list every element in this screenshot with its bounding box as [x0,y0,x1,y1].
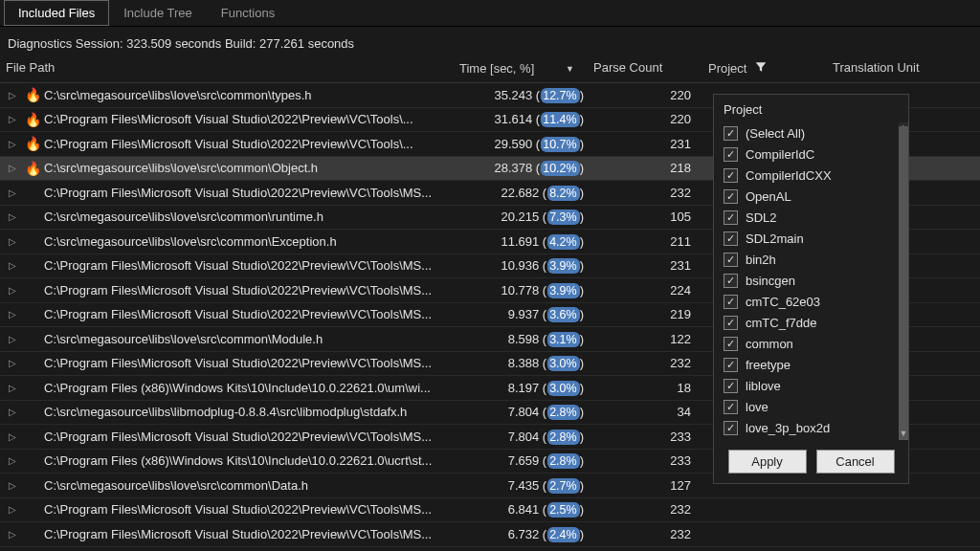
filter-item[interactable]: ✓cmTC_62e03 [722,291,901,312]
expand-icon[interactable]: ▷ [0,455,25,466]
parse-count: 224 [593,283,708,298]
parse-count: 232 [593,356,708,370]
expand-icon[interactable]: ▷ [0,431,25,442]
filter-item[interactable]: ✓SDL2main [722,228,901,249]
time-cell: 7.804 (2.8%) [459,405,593,419]
checkbox-icon[interactable]: ✓ [724,168,738,183]
filter-title: Project [714,95,908,122]
table-row[interactable]: ▷C:\Program Files\Microsoft Visual Studi… [0,522,980,547]
file-path: C:\Program Files\Microsoft Visual Studio… [44,258,432,273]
expand-icon[interactable]: ▷ [0,334,25,344]
time-cell: 11.691 (4.2%) [459,234,593,249]
header-file-path[interactable]: File Path [0,60,459,77]
expand-icon[interactable]: ▷ [0,383,25,393]
checkbox-icon[interactable]: ✓ [724,253,738,267]
filter-item[interactable]: ✓OpenAL [722,186,901,207]
checkbox-icon[interactable]: ✓ [724,316,738,330]
scrollbar-thumb[interactable] [899,126,908,440]
parse-count: 122 [593,332,708,346]
time-cell: 28.378 (10.2%) [459,161,593,175]
time-cell: 7.659 (2.8%) [459,453,593,468]
filter-item-label: bsincgen [746,274,795,288]
expand-icon[interactable]: ▷ [0,407,25,417]
table-row[interactable]: ▷C:\Program Files\Microsoft Visual Studi… [0,498,980,523]
expand-icon[interactable]: ▷ [0,285,25,296]
checkbox-icon[interactable]: ✓ [724,337,738,351]
file-path: C:\Program Files\Microsoft Visual Studio… [44,112,413,126]
file-path: C:\Program Files\Microsoft Visual Studio… [44,356,432,370]
filter-item[interactable]: ✓bsincgen [722,270,901,291]
filter-item[interactable]: ✓love [722,396,901,417]
expand-icon[interactable]: ▷ [0,504,25,515]
checkbox-icon[interactable]: ✓ [724,126,738,141]
file-path: C:\src\megasource\libs\libmodplug-0.8.8.… [44,405,407,419]
project-filter-popup: Project ✓(Select All)✓CompilerIdC✓Compil… [713,94,909,484]
time-cell: 7.804 (2.8%) [459,430,593,444]
filter-item-label: liblove [746,379,781,393]
checkbox-icon[interactable]: ✓ [724,147,738,162]
expand-icon[interactable]: ▷ [0,114,25,124]
expand-icon[interactable]: ▷ [0,309,25,320]
filter-item-label: cmTC_62e03 [746,295,820,309]
filter-item[interactable]: ✓freetype [722,354,901,375]
time-cell: 29.590 (10.7%) [459,137,593,151]
time-cell: 10.936 (3.9%) [459,258,593,273]
parse-count: 231 [593,258,708,273]
file-path: C:\src\megasource\libs\love\src\common\t… [44,88,312,102]
time-cell: 22.682 (8.2%) [459,186,593,200]
scroll-down-icon[interactable]: ▼ [899,429,908,440]
filter-item[interactable]: ✓(Select All) [722,122,901,143]
tab-functions[interactable]: Functions [207,0,289,26]
parse-count: 232 [593,502,708,517]
expand-icon[interactable]: ▷ [0,358,25,368]
cancel-button[interactable]: Cancel [816,450,895,474]
checkbox-icon[interactable]: ✓ [724,189,738,204]
header-translation-unit[interactable]: Translation Unit [833,60,980,77]
checkbox-icon[interactable]: ✓ [724,421,738,435]
filter-item[interactable]: ✓bin2h [722,249,901,270]
filter-item[interactable]: ✓SDL2 [722,207,901,228]
header-project[interactable]: Project [708,60,833,77]
time-cell: 8.197 (3.0%) [459,381,593,395]
expand-icon[interactable]: ▷ [0,480,25,491]
expand-icon[interactable]: ▷ [0,236,25,247]
file-path: C:\Program Files\Microsoft Visual Studio… [44,307,432,321]
apply-button[interactable]: Apply [728,450,807,474]
expand-icon[interactable]: ▷ [0,529,25,540]
tab-include-tree[interactable]: Include Tree [109,0,207,26]
filter-item[interactable]: ✓cmTC_f7dde [722,312,901,333]
filter-item-label: bin2h [746,253,776,267]
expand-icon[interactable]: ▷ [0,211,25,222]
filter-item-label: CompilerIdC [746,147,814,162]
checkbox-icon[interactable]: ✓ [724,379,738,393]
expand-icon[interactable]: ▷ [0,139,25,149]
tab-included-files[interactable]: Included Files [4,0,109,26]
expand-icon[interactable]: ▷ [0,187,25,198]
checkbox-icon[interactable]: ✓ [724,358,738,372]
checkbox-icon[interactable]: ✓ [724,231,738,246]
header-time[interactable]: Time [sec, %] ▼ [459,60,593,77]
header-parse-count[interactable]: Parse Count [593,60,708,77]
column-headers: File Path Time [sec, %] ▼ Parse Count Pr… [0,60,980,83]
checkbox-icon[interactable]: ✓ [724,274,738,288]
expand-icon[interactable]: ▷ [0,90,25,100]
checkbox-icon[interactable]: ✓ [724,400,738,414]
checkbox-icon[interactable]: ✓ [724,295,738,309]
time-cell: 20.215 (7.3%) [459,209,593,224]
filter-item[interactable]: ✓common [722,333,901,354]
expand-icon[interactable]: ▷ [0,163,25,173]
scrollbar-track[interactable]: ▲ ▼ [899,122,908,440]
filter-item[interactable]: ✓CompilerIdCXX [722,165,901,186]
header-time-label: Time [sec, %] [459,61,534,76]
time-cell: 7.435 (2.7%) [459,478,593,493]
parse-count: 220 [593,88,708,102]
parse-count: 233 [593,453,708,468]
filter-item[interactable]: ✓liblove [722,375,901,396]
filter-item-label: (Select All) [746,126,805,141]
filter-item[interactable]: ✓CompilerIdC [722,143,901,165]
filter-icon[interactable] [754,60,768,77]
checkbox-icon[interactable]: ✓ [724,210,738,225]
file-path: C:\Program Files (x86)\Windows Kits\10\I… [44,381,431,395]
expand-icon[interactable]: ▷ [0,260,25,271]
filter-item[interactable]: ✓love_3p_box2d [722,417,901,438]
